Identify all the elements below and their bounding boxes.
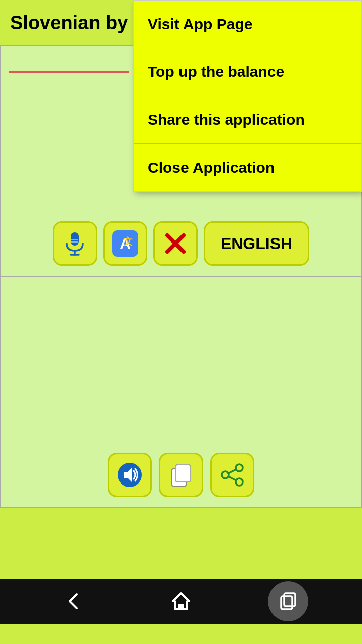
dropdown-menu: Visit App Page Top up the balance Share … xyxy=(133,0,362,192)
menu-item-share[interactable]: Share this application xyxy=(134,96,361,144)
menu-item-top-up[interactable]: Top up the balance xyxy=(134,48,361,96)
menu-item-visit-app[interactable]: Visit App Page xyxy=(134,1,361,48)
dropdown-overlay: Visit App Page Top up the balance Share … xyxy=(0,0,362,644)
menu-item-close[interactable]: Close Application xyxy=(134,144,361,191)
